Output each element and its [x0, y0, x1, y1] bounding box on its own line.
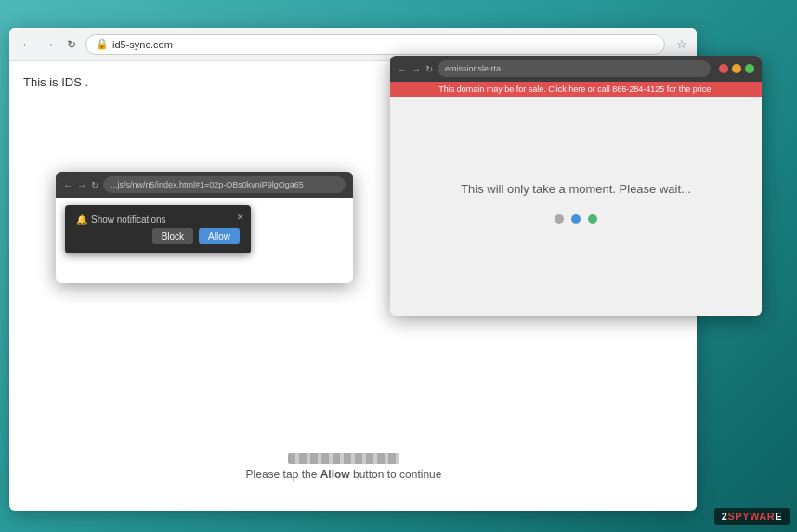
- right-address-text: emissionsle.rta: [445, 64, 501, 73]
- forward-button[interactable]: →: [41, 36, 58, 53]
- right-browser-window: ← → ↻ emissionsle.rta This domain may be…: [390, 56, 762, 316]
- badge-suffix: E: [775, 511, 782, 522]
- notification-site-text: Show notifications: [91, 214, 166, 225]
- maximize-dot[interactable]: [745, 64, 754, 73]
- mid-forward-button[interactable]: →: [77, 180, 86, 190]
- right-address-bar[interactable]: emissionsle.rta: [438, 60, 711, 77]
- progress-bar: [288, 453, 399, 464]
- spyware-badge: 2SPYWARE: [714, 508, 790, 525]
- bell-icon: 🔔: [76, 214, 87, 225]
- mid-address-bar[interactable]: ...js/s/nw/n5/index.html#1=02p-OBs0kvniP…: [103, 176, 346, 193]
- window-controls: [719, 64, 754, 73]
- notification-header: 🔔 Show notifications: [76, 214, 240, 225]
- star-icon[interactable]: ☆: [676, 37, 687, 51]
- allow-text-bold: Allow: [320, 468, 350, 481]
- mid-reload-button[interactable]: ↻: [91, 180, 98, 190]
- right-browser-toolbar: ← → ↻ emissionsle.rta: [390, 56, 762, 82]
- page-main-text: This is IDS .: [23, 75, 88, 89]
- allow-button[interactable]: Allow: [199, 228, 240, 244]
- close-dot[interactable]: [719, 64, 728, 73]
- allow-text-prefix: Please tap the: [246, 468, 320, 481]
- sale-banner-text: This domain may be for sale. Click here …: [438, 84, 713, 94]
- dot-3: [588, 214, 597, 224]
- right-forward-button[interactable]: →: [412, 64, 421, 74]
- mid-address-text: ...js/s/nw/n5/index.html#1=02p-OBs0kvniP…: [111, 180, 304, 189]
- minimize-dot[interactable]: [732, 64, 741, 73]
- badge-red: SPYWAR: [727, 511, 775, 522]
- close-icon[interactable]: ×: [237, 211, 243, 224]
- lock-icon: 🔒: [96, 38, 109, 50]
- progress-bar-container: [56, 453, 632, 464]
- block-button[interactable]: Block: [152, 228, 193, 244]
- loading-dots: [555, 214, 597, 224]
- dot-1: [555, 214, 564, 224]
- allow-instruction: Please tap the Allow button to continue: [56, 453, 632, 481]
- loading-text: This will only take a moment. Please wai…: [461, 182, 691, 196]
- reload-button[interactable]: ↻: [63, 36, 80, 53]
- notification-popup: × 🔔 Show notifications Block Allow: [65, 205, 251, 253]
- sale-banner[interactable]: This domain may be for sale. Click here …: [390, 82, 762, 97]
- address-bar-back[interactable]: 🔒 id5-sync.com: [85, 34, 665, 55]
- allow-text-suffix: button to continue: [350, 468, 442, 481]
- mid-browser-toolbar: ← → ↻ ...js/s/nw/n5/index.html#1=02p-OBs…: [56, 172, 353, 198]
- address-text: id5-sync.com: [112, 39, 173, 50]
- right-back-button[interactable]: ←: [398, 64, 407, 74]
- back-button[interactable]: ←: [19, 36, 35, 53]
- right-reload-button[interactable]: ↻: [425, 64, 433, 74]
- mid-browser-window: ← → ↻ ...js/s/nw/n5/index.html#1=02p-OBs…: [56, 172, 353, 283]
- loading-content: This will only take a moment. Please wai…: [390, 97, 762, 308]
- notification-actions: Block Allow: [76, 228, 240, 244]
- dot-2: [571, 214, 581, 224]
- mid-back-button[interactable]: ←: [63, 180, 72, 190]
